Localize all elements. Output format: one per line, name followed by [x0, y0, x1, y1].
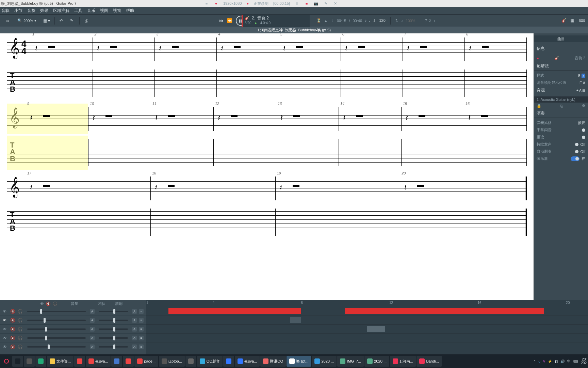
tab-measure-7[interactable] — [403, 70, 465, 97]
hourglass-icon[interactable]: ⏳ — [316, 18, 321, 23]
clip[interactable] — [290, 317, 301, 323]
measure-14[interactable]: 14𝄽 — [339, 107, 402, 131]
measure-4[interactable]: 4𝄽 — [217, 37, 279, 61]
waveform-icon[interactable]: ≡ — [139, 344, 144, 349]
measure-18[interactable]: 18𝄽 — [151, 177, 276, 200]
style-row[interactable]: 样式 5 ♪ — [534, 72, 588, 79]
taskbar-item-13[interactable]: 夜sya... — [235, 356, 260, 367]
solo-icon[interactable]: 🎧 — [18, 309, 23, 314]
menu-小节[interactable]: 小节 — [14, 8, 22, 14]
menu-区域注解[interactable]: 区域注解 — [53, 8, 69, 14]
visibility-icon[interactable]: 👁 — [3, 309, 8, 314]
automation-badge[interactable]: A — [90, 327, 95, 332]
measure-15[interactable]: 15𝄽 — [402, 107, 464, 131]
redo-button[interactable]: ↷ — [67, 16, 76, 25]
taskbar-item-16[interactable]: 2020 ... — [312, 356, 337, 367]
taskbar-item-19[interactable]: 1.河南... — [390, 356, 416, 367]
tab-measure-16[interactable] — [464, 139, 527, 166]
perf-row-3[interactable]: 持续发声Off — [534, 141, 588, 148]
settings-icon[interactable]: ⋮ — [330, 18, 334, 23]
waveform-icon[interactable]: ≡ — [139, 327, 144, 332]
lane-2[interactable] — [146, 316, 588, 325]
taskbar-item-10[interactable] — [185, 356, 196, 367]
taskbar-item-14[interactable]: 腾讯QQ — [260, 356, 286, 367]
measure-10[interactable]: 10𝄽 — [88, 107, 151, 131]
measure-20[interactable]: 20𝄽 — [400, 177, 527, 200]
lane-4[interactable] — [146, 334, 588, 342]
app-tray-icon[interactable]: ◧ — [555, 359, 558, 363]
menu-帮助[interactable]: 帮助 — [126, 8, 134, 14]
measure-5[interactable]: 5𝄽 — [279, 37, 341, 61]
measure-13[interactable]: 13𝄽 — [276, 107, 339, 131]
mixer-track-3[interactable]: 👁🔇🎧AA≡ — [0, 325, 146, 334]
visibility-icon[interactable]: 👁 — [3, 327, 8, 332]
tab-measure-2[interactable] — [93, 70, 155, 97]
tab-measure-15[interactable] — [402, 139, 464, 166]
waveform-icon[interactable]: ≡ — [139, 318, 144, 323]
mute-icon[interactable]: 🔇 — [10, 336, 16, 340]
perf-row-4[interactable]: 自动刷奏Off — [534, 148, 588, 155]
current-track-pill[interactable]: 🎸 2. 音轨 2 8/20 ● 4.0:4.0 — [242, 15, 310, 27]
tuning-row[interactable]: 调音说明显示位置 E A — [534, 79, 588, 86]
fretboard-icon[interactable]: ▦ — [570, 18, 576, 24]
keyboard-icon[interactable]: ⌨ — [579, 18, 585, 24]
tab-measure-13[interactable] — [276, 139, 339, 166]
skip-start-icon[interactable]: ⏮ — [219, 18, 224, 23]
mute-icon[interactable]: 🔇 — [10, 327, 16, 332]
taskbar-item-8[interactable]: page... — [134, 356, 158, 367]
lane-5[interactable] — [146, 342, 588, 351]
loop-icon[interactable]: ↻ — [395, 18, 398, 23]
info-section-header[interactable]: 信息 — [534, 44, 588, 53]
menu-效果[interactable]: 效果 — [40, 8, 48, 14]
menu-视图[interactable]: 视图 — [100, 8, 108, 14]
performance-section-header[interactable]: 演奏 — [534, 109, 588, 118]
measure-16[interactable]: 16𝄽 — [464, 107, 527, 131]
sound-section-header[interactable]: 音源 + A ▦ — [534, 86, 588, 95]
eighth-note-icon[interactable]: ♪ — [401, 19, 403, 23]
pan-slider[interactable] — [99, 328, 128, 330]
measure-9[interactable]: 9𝄽 — [26, 107, 88, 131]
taskbar-item-5[interactable]: 夜sya... — [86, 356, 111, 367]
score-canvas[interactable]: 𝄞441𝄽2𝄽3𝄽4𝄽5𝄽6𝄽7𝄽8𝄽TAB𝄞9𝄽10𝄽11𝄽12𝄽13𝄽14𝄽… — [0, 33, 534, 300]
pan-slider[interactable] — [99, 311, 128, 312]
tab-measure-20[interactable] — [400, 209, 527, 236]
visibility-icon[interactable]: 👁 — [3, 318, 8, 323]
mute-icon[interactable]: 🔇 — [10, 344, 16, 349]
hamburger-icon[interactable]: ≡ — [204, 1, 209, 6]
clip[interactable] — [345, 308, 544, 314]
tuner-icon[interactable]: 🎸 — [561, 18, 567, 24]
menu-工具[interactable]: 工具 — [74, 8, 82, 14]
taskbar-item-3[interactable]: 文件资... — [47, 356, 74, 367]
battery-icon[interactable]: ⚡ — [548, 359, 552, 363]
lane-3[interactable] — [146, 325, 588, 334]
tab-measure-5[interactable] — [279, 70, 341, 97]
perf-row-2[interactable]: 重读 — [534, 134, 588, 141]
menu-音轨[interactable]: 音轨 — [1, 8, 10, 14]
plus-icon[interactable]: + — [434, 19, 436, 23]
measure-2[interactable]: 2𝄽 — [93, 37, 155, 61]
solo-icon[interactable]: 🎧 — [18, 336, 23, 340]
measure-6[interactable]: 6𝄽 — [341, 37, 403, 61]
measure-17[interactable]: 17𝄽 — [26, 177, 151, 200]
automation-badge[interactable]: A — [90, 318, 95, 323]
lock-icon[interactable]: 🔒 — [537, 104, 541, 108]
system-tray[interactable]: ^ ⌵ V ⚡ ◧ 🔊 中 ⌨ 20: 202 — [534, 357, 587, 365]
fit-width-icon[interactable]: ▭ — [3, 16, 12, 25]
undo-button[interactable]: ↶ — [57, 16, 66, 25]
menu-视窗[interactable]: 视窗 — [113, 8, 121, 14]
tab-measure-18[interactable] — [151, 209, 276, 236]
taskbar-item-0[interactable] — [12, 356, 23, 367]
instrument-row[interactable]: 1. Acoustic Guitar (nyl.) — [534, 96, 588, 103]
automation-badge[interactable]: A — [90, 309, 95, 314]
measure-1[interactable]: 1𝄽 — [31, 37, 93, 61]
pencil-icon[interactable]: ✎ — [323, 1, 328, 6]
zoom-control[interactable]: 🔍 200% ▾ — [17, 16, 36, 25]
tab-measure-9[interactable] — [26, 139, 88, 166]
clip[interactable] — [168, 308, 301, 314]
volume-slider[interactable] — [27, 320, 86, 321]
perf-row-1[interactable]: 手掌闷音 — [534, 126, 588, 134]
pan-slider[interactable] — [99, 346, 128, 348]
taskbar-item-1[interactable] — [24, 356, 35, 367]
layout-icon[interactable]: ▦ ▾ — [42, 16, 51, 25]
solo-icon[interactable]: 🎧 — [18, 344, 23, 349]
